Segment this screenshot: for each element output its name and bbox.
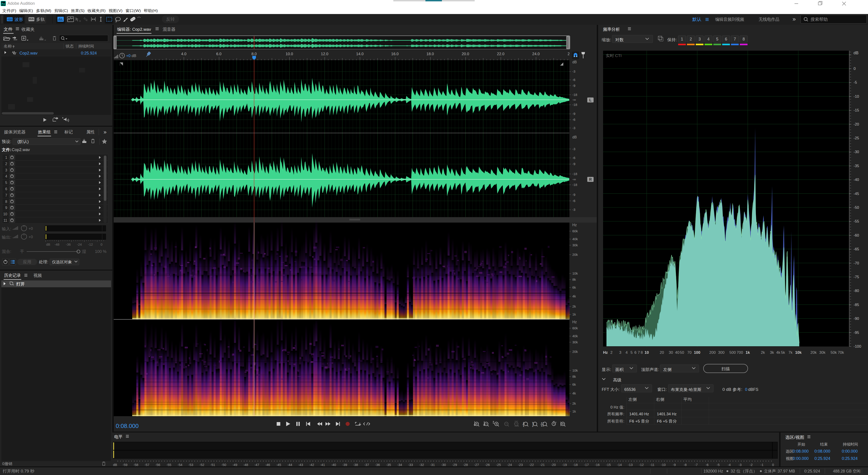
svg-text:-3: -3 [572,208,575,211]
svg-text:-27: -27 [474,463,479,467]
svg-text:-80: -80 [854,289,859,293]
svg-text:F6 +5 音分: F6 +5 音分 [629,419,649,423]
svg-text:3: 3 [5,168,7,172]
svg-text:视图: 视图 [786,456,794,461]
svg-text:-14: -14 [617,463,622,467]
svg-text:40k: 40k [572,334,578,338]
svg-text:默认: 默认 [692,17,702,22]
svg-text:dB: dB [46,242,50,246]
svg-text:40k: 40k [572,237,578,241]
svg-text:-35: -35 [854,164,859,168]
svg-text:488.28 GB 空闲: 488.28 GB 空闲 [833,469,861,473]
svg-text:10: 10 [645,350,649,355]
svg-text:-56: -56 [155,463,160,467]
svg-text:2: 2 [5,162,7,166]
svg-text:-21: -21 [540,463,545,467]
svg-text:-70: -70 [854,261,859,265]
svg-text:-9: -9 [572,84,575,88]
svg-text:媒体浏览器: 媒体浏览器 [4,129,26,135]
svg-text:0:00.000: 0:00.000 [793,456,809,461]
svg-text:-49: -49 [232,463,237,467]
svg-text:20: 20 [660,350,664,355]
svg-text:-7: -7 [694,463,698,467]
svg-text:-20: -20 [854,122,859,126]
svg-text:右侧: 右侧 [656,397,664,402]
svg-text:打开: 打开 [16,282,25,286]
svg-text:湿: 湿 [82,249,86,254]
svg-text:-100: -100 [854,344,861,349]
svg-text:30k: 30k [819,350,826,355]
svg-text:4k: 4k [572,391,576,395]
svg-text:4k: 4k [776,350,780,355]
svg-text:-6: -6 [572,118,575,121]
svg-text:-16: -16 [595,463,600,467]
svg-text:1k: 1k [572,313,576,316]
svg-text:»: » [103,129,106,135]
svg-text:收藏夹(R): 收藏夹(R) [88,8,105,13]
svg-text:立体声: 立体声 [764,469,776,473]
svg-text:0: 0 [854,66,856,71]
svg-text:3: 3 [699,37,701,41]
svg-text:混合:: 混合: [2,249,11,254]
svg-text:-9: -9 [572,193,575,197]
svg-text:波形: 波形 [14,17,23,22]
svg-text:dB: dB [131,54,136,58]
svg-text:0:08.000: 0:08.000 [116,422,138,429]
svg-text:0:25.924: 0:25.924 [804,469,820,473]
svg-text:Hz: Hz [572,223,577,227]
svg-text:搜索帮助: 搜索帮助 [810,17,828,22]
svg-text:-58: -58 [133,463,138,467]
svg-text:24.0: 24.0 [532,52,539,56]
svg-text:-17: -17 [584,463,589,467]
svg-text:电平: 电平 [114,435,123,439]
svg-text:0: 0 [745,387,747,392]
svg-text:4: 4 [707,37,710,41]
svg-text:-9: -9 [673,463,676,467]
svg-text:18.0: 18.0 [426,52,434,56]
svg-text:-37: -37 [364,463,369,467]
svg-text:5: 5 [630,350,632,355]
svg-text:-59: -59 [123,463,127,467]
svg-text:-10: -10 [661,463,666,467]
svg-text:-9: -9 [572,162,575,166]
svg-text:-22: -22 [529,463,534,467]
svg-text:30k: 30k [572,340,578,344]
svg-text:属性: 属性 [86,129,95,135]
svg-text:-51: -51 [210,463,215,467]
svg-text:50k: 50k [831,350,837,355]
svg-text:-57: -57 [145,463,149,467]
svg-text:-38: -38 [353,463,358,467]
svg-text:对数: 对数 [615,37,624,42]
svg-text:-6: -6 [572,78,575,82]
svg-text:16.0: 16.0 [391,52,399,56]
svg-text:4: 4 [5,174,7,178]
svg-text:-10: -10 [854,94,859,99]
svg-text:高级: 高级 [613,378,621,382]
svg-text:选区: 选区 [786,449,794,453]
svg-text:-54: -54 [178,463,182,467]
svg-text:14.0: 14.0 [356,52,364,56]
svg-text:0: 0 [101,242,102,246]
svg-text:-39: -39 [342,463,347,467]
svg-text:视频: 视频 [33,273,42,278]
svg-text:7k: 7k [788,350,793,355]
svg-text:多轨(M): 多轨(M) [36,8,51,13]
svg-text:-41: -41 [320,463,325,467]
svg-text:-18: -18 [572,183,577,187]
svg-text:-26: -26 [485,463,490,467]
svg-text:300: 300 [718,350,724,355]
svg-text:-5: -5 [717,463,719,467]
svg-text:-48: -48 [55,242,59,246]
svg-text:-85: -85 [854,303,859,307]
svg-text:布莱克曼-哈里斯: 布莱克曼-哈里斯 [671,387,702,392]
svg-text:Hz: Hz [572,320,577,324]
svg-text:帮助(H): 帮助(H) [144,8,158,13]
svg-text:1401.40 Hz: 1401.40 Hz [629,412,649,416]
svg-text:名称: 名称 [4,44,12,49]
svg-text:-6: -6 [706,463,708,467]
svg-text:持续时间: 持续时间 [843,442,858,446]
svg-text:6: 6 [5,187,7,191]
svg-text:-6: -6 [572,199,575,203]
svg-text:(默认): (默认) [18,139,29,144]
svg-text:6k: 6k [572,383,576,386]
